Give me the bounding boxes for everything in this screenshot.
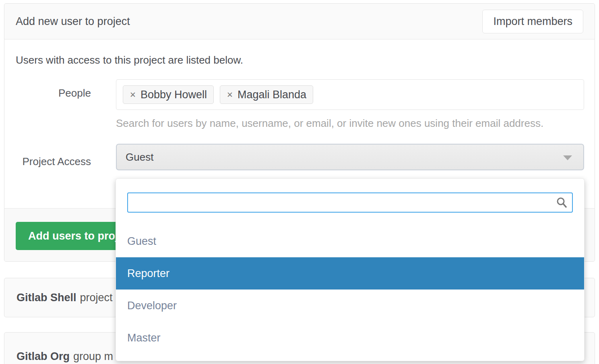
user-token: ✕ Magali Blanda	[220, 85, 313, 104]
people-label: People	[16, 87, 91, 99]
import-members-button[interactable]: Import members	[482, 10, 583, 33]
project-access-label: Project Access	[16, 155, 91, 168]
access-option-list: Guest Reporter Developer Master	[116, 225, 584, 354]
project-access-select[interactable]: Guest	[116, 144, 584, 170]
option-developer[interactable]: Developer	[116, 290, 584, 322]
user-token: ✕ Bobby Howell	[123, 85, 214, 104]
option-reporter[interactable]: Reporter	[116, 257, 584, 290]
chevron-down-icon	[563, 155, 572, 160]
intro-text: Users with access to this project are li…	[16, 54, 243, 66]
section-text: group m	[73, 350, 113, 363]
token-name: Bobby Howell	[140, 89, 207, 101]
remove-token-icon[interactable]: ✕	[227, 90, 233, 99]
search-icon	[556, 197, 567, 208]
people-help-text: Search for users by name, username, or e…	[116, 117, 543, 130]
project-name: Gitlab Shell	[17, 292, 76, 304]
page: Add new user to project Import members U…	[0, 0, 599, 364]
group-name: Gitlab Org	[17, 350, 70, 363]
dropdown-search-input[interactable]	[127, 192, 573, 213]
people-token-input[interactable]: ✕ Bobby Howell ✕ Magali Blanda	[116, 79, 584, 110]
panel-header: Add new user to project Import members	[4, 4, 595, 39]
option-guest[interactable]: Guest	[116, 225, 584, 257]
access-level-dropdown: Guest Reporter Developer Master	[116, 178, 585, 361]
panel-title: Add new user to project	[16, 15, 130, 28]
option-master[interactable]: Master	[116, 322, 584, 354]
remove-token-icon[interactable]: ✕	[130, 90, 136, 99]
selected-access-value: Guest	[126, 151, 153, 163]
token-name: Magali Blanda	[238, 89, 306, 101]
section-text: project	[80, 292, 113, 304]
